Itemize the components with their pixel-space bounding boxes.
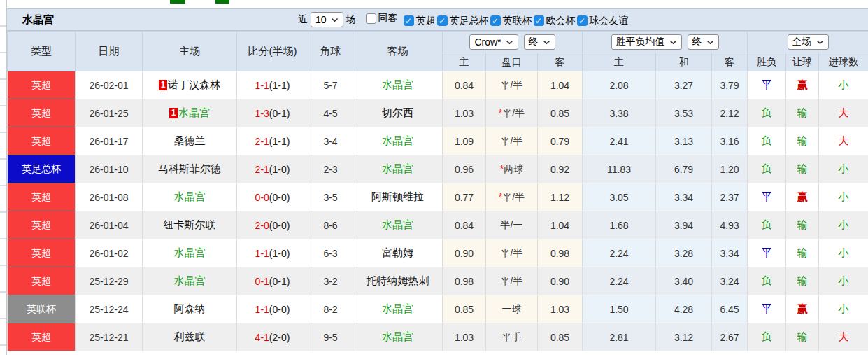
odds-away: 0.92 <box>538 155 583 183</box>
fulltime-score: 1-1 <box>255 248 269 259</box>
away-team-name: 水晶宫 <box>382 162 413 174</box>
filter-checkbox-同客[interactable]: 同客 <box>366 12 398 25</box>
table-row: 英超26-01-251水晶宫1-3(0-1)4-5切尔西1.03*平/半0.85… <box>8 99 868 127</box>
title-bar: 水晶宫 近 10 场 同客✓英超✓英足总杯✓英联杯✓欧会杯✓球会友谊 <box>7 8 868 31</box>
halftime-score: (1-1) <box>269 80 290 91</box>
filter-checkbox-球会友谊[interactable]: ✓球会友谊 <box>577 15 629 27</box>
odds-home: 0.84 <box>443 211 486 239</box>
home-team: 纽卡斯尔联 <box>143 211 237 239</box>
away-team-name: 水晶宫 <box>382 302 413 314</box>
avg-away-odds: 6.45 <box>712 295 748 323</box>
checked-checkbox-icon[interactable]: ✓ <box>404 15 414 26</box>
red-card-badge: 1 <box>159 80 167 90</box>
competition-badge: 英超 <box>8 99 76 127</box>
odds-away: 0.79 <box>538 127 583 155</box>
home-team-name: 水晶宫 <box>174 190 206 202</box>
fulltime-score: 0-1 <box>255 276 269 287</box>
filter-checkbox-英超[interactable]: ✓英超 <box>404 15 436 27</box>
odds-away: 0.85 <box>538 323 583 351</box>
handicap: *平/半 <box>486 99 538 127</box>
bookmaker-select[interactable]: Crow* <box>469 34 518 50</box>
recent-count-select[interactable]: 10 <box>311 12 343 27</box>
score: 2-0(0-0) <box>237 211 308 239</box>
table-row: 英联杯25-12-24阿森纳1-1(0-0)8-2水晶宫0.85一球1.031.… <box>8 295 868 323</box>
odds-group-header: Crow* 终 <box>443 32 583 53</box>
period-select[interactable]: 全场 <box>788 34 829 50</box>
odds-time-select[interactable]: 终 <box>524 34 555 50</box>
fulltime-score: 2-0 <box>255 220 269 231</box>
odds-away: 1.12 <box>538 183 583 211</box>
result-goals: 小 <box>819 267 868 295</box>
avg-home-odds: 3.38 <box>583 99 656 127</box>
home-team-name: 水晶宫 <box>178 106 210 118</box>
halftime-score: (0-1) <box>269 108 290 119</box>
subcol-odds-home: 主 <box>443 53 486 71</box>
odds-home: 0.77 <box>443 183 486 211</box>
odds-away: 1.04 <box>538 71 583 99</box>
fulltime-score: 1-1 <box>255 80 269 91</box>
odds-home: 0.98 <box>443 267 486 295</box>
score: 4-1(2-0) <box>237 323 308 351</box>
cropped-green-badge-fragment <box>215 0 229 4</box>
filter-checkbox-欧会杯[interactable]: ✓欧会杯 <box>534 15 576 27</box>
table-row: 英超26-02-011诺丁汉森林1-1(1-1)5-7水晶宫0.84平/半1.0… <box>8 71 868 99</box>
corners: 3-2 <box>308 267 353 295</box>
chevron-down-icon <box>669 40 677 45</box>
result-goals: 小 <box>819 211 868 239</box>
home-team: 水晶宫 <box>143 267 237 295</box>
competition-filters: 同客✓英超✓英足总杯✓英联杯✓欧会杯✓球会友谊 <box>359 12 629 27</box>
table-row: 英超26-01-04纽卡斯尔联2-0(0-0)8-6水晶宫0.84半/一1.04… <box>8 211 868 239</box>
result-handicap: 输 <box>786 127 819 155</box>
match-date: 26-01-02 <box>76 239 143 267</box>
chevron-down-icon <box>816 40 824 45</box>
corners: 8-2 <box>308 295 353 323</box>
score: 0-1(0-1) <box>237 267 308 295</box>
checkbox-label: 同客 <box>378 12 398 25</box>
result-handicap: 赢 <box>786 183 819 211</box>
away-team-name: 阿斯顿维拉 <box>371 190 424 202</box>
fulltime-score: 1-3 <box>255 108 269 119</box>
result-wdl: 平 <box>748 71 786 99</box>
checked-checkbox-icon[interactable]: ✓ <box>577 15 588 26</box>
col-header-away: 客场 <box>353 32 443 71</box>
checked-checkbox-icon[interactable]: ✓ <box>534 15 544 26</box>
score: 1-3(0-1) <box>237 99 308 127</box>
competition-badge: 英超 <box>8 127 76 155</box>
handicap: 平/半 <box>486 267 538 295</box>
competition-badge: 英联杯 <box>8 295 76 323</box>
away-team-name: 托特纳姆热刺 <box>367 274 429 286</box>
fulltime-score: 2-1 <box>255 164 269 175</box>
checked-checkbox-icon[interactable]: ✓ <box>490 15 501 26</box>
result-goals: 大 <box>819 323 868 351</box>
avg-group-header: 胜平负均值 终 <box>583 32 748 53</box>
avg-draw-odds: 3.12 <box>656 323 712 351</box>
checked-checkbox-icon[interactable]: ✓ <box>437 15 448 26</box>
corners: 3-5 <box>308 183 353 211</box>
filter-checkbox-英足总杯[interactable]: ✓英足总杯 <box>437 15 489 27</box>
filter-checkbox-英联杯[interactable]: ✓英联杯 <box>490 15 532 27</box>
handicap: 半/一 <box>486 211 538 239</box>
unchecked-checkbox-icon[interactable] <box>366 13 376 24</box>
handicap: 一球 <box>486 295 538 323</box>
score: 2-1(1-0) <box>237 155 308 183</box>
match-date: 26-01-17 <box>76 127 143 155</box>
corners: 6-3 <box>308 239 353 267</box>
halftime-score: (1-0) <box>269 248 290 259</box>
odds-home: 0.85 <box>443 295 486 323</box>
match-date: 26-02-01 <box>76 71 143 99</box>
home-team-name: 桑德兰 <box>174 134 206 146</box>
table-row: 英超26-01-17桑德兰2-1(1-1)3-4水晶宫1.09平/半0.792.… <box>8 127 868 155</box>
away-team-name: 水晶宫 <box>382 134 413 146</box>
result-wdl: 负 <box>748 127 786 155</box>
corners: 8-6 <box>308 211 353 239</box>
subcol-wdl: 胜负 <box>748 53 786 71</box>
result-handicap: 输 <box>786 239 819 267</box>
result-goals: 小 <box>819 295 868 323</box>
score: 1-1(1-0) <box>237 239 308 267</box>
avg-time-select[interactable]: 终 <box>688 34 719 50</box>
avg-odds-select[interactable]: 胜平负均值 <box>611 34 682 50</box>
competition-badge: 英超 <box>8 183 76 211</box>
result-wdl: 平 <box>748 295 786 323</box>
odds-away: 1.04 <box>538 211 583 239</box>
result-wdl: 平 <box>748 239 786 267</box>
